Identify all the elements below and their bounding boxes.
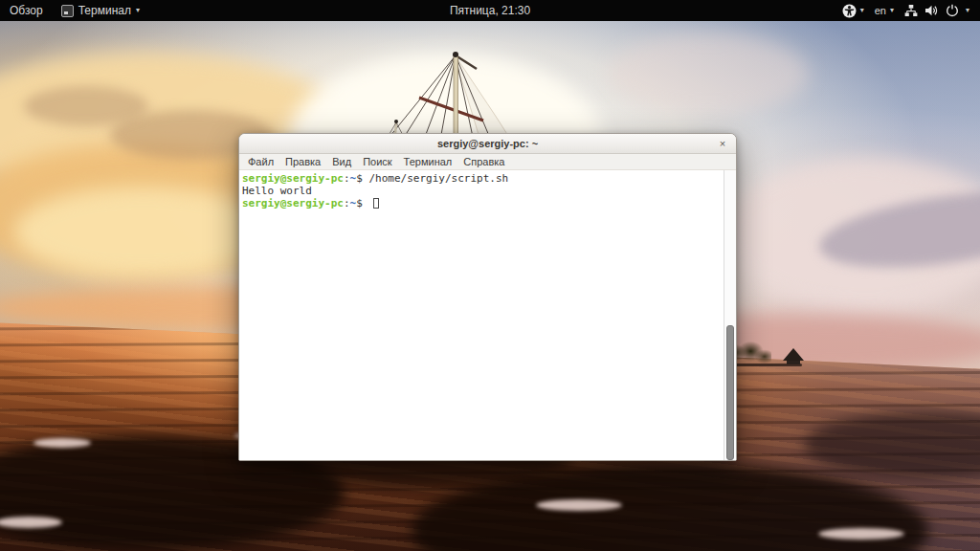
app-menu-label: Терминал	[78, 4, 131, 17]
prompt-user: sergiy@sergiy-pc	[242, 197, 344, 209]
terminal-line: sergiy@sergiy-pc:~$	[242, 197, 721, 209]
cloud	[14, 187, 273, 277]
accessibility-menu[interactable]: ▾	[842, 0, 864, 21]
menu-bar: Файл Правка Вид Поиск Терминал Справка	[239, 154, 736, 170]
activities-label: Обзор	[10, 4, 43, 17]
hut-icon	[783, 348, 804, 361]
chevron-down-icon: ▾	[890, 7, 894, 14]
close-button[interactable]: ×	[716, 137, 729, 150]
menu-item-search[interactable]: Поиск	[357, 154, 397, 169]
chevron-down-icon: ▾	[136, 7, 140, 14]
wave-foam	[33, 438, 91, 448]
window-title: sergiy@sergiy-pc: ~	[437, 138, 538, 149]
volume-icon	[924, 4, 939, 17]
terminal-content[interactable]: sergiy@sergiy-pc:~$ /home/sergiy/script.…	[239, 170, 736, 460]
scrollbar-thumb[interactable]	[726, 325, 734, 460]
terminal-cursor	[373, 198, 379, 209]
prompt-user: sergiy@sergiy-pc	[242, 172, 344, 185]
prompt-dollar: $	[356, 172, 368, 185]
menu-item-view[interactable]: Вид	[326, 154, 357, 169]
top-bar-left: Обзор Терминал ▾	[0, 0, 148, 21]
prompt-dollar: $	[356, 197, 368, 209]
scrollbar[interactable]	[724, 170, 736, 460]
top-bar: Обзор Терминал ▾ Пятница, 21:30 ▾ en ▾	[0, 0, 980, 21]
prompt-colon: :	[344, 172, 350, 185]
menu-item-help[interactable]: Справка	[457, 154, 510, 169]
window-titlebar[interactable]: sergiy@sergiy-pc: ~ ×	[239, 134, 736, 154]
terminal-window: sergiy@sergiy-pc: ~ × Файл Правка Вид По…	[238, 133, 737, 461]
hut-icon	[787, 361, 800, 364]
terminal-line: sergiy@sergiy-pc:~$ /home/sergiy/script.…	[242, 172, 721, 185]
output-text: Hello world	[242, 185, 312, 197]
power-icon	[946, 4, 959, 17]
clock-label: Пятница, 21:30	[450, 4, 530, 17]
cloud	[608, 33, 809, 115]
wave-foam	[536, 499, 622, 511]
network-wired-icon	[904, 4, 918, 17]
top-bar-right: ▾ en ▾ ▾	[842, 0, 980, 21]
system-status-menu[interactable]: ▾	[904, 0, 969, 21]
terminal-line: Hello world	[242, 185, 721, 197]
clock-button[interactable]: Пятница, 21:30	[450, 0, 530, 21]
chevron-down-icon: ▾	[966, 7, 969, 14]
menu-item-terminal[interactable]: Терминал	[398, 154, 458, 169]
wave-foam	[818, 528, 904, 540]
menu-item-edit[interactable]: Правка	[279, 154, 326, 169]
command-text: /home/sergiy/script.sh	[368, 172, 508, 185]
activities-button[interactable]: Обзор	[0, 0, 53, 21]
menu-item-file[interactable]: Файл	[242, 154, 279, 169]
cloud	[24, 86, 148, 126]
sailboat-mast	[368, 19, 589, 148]
accessibility-icon	[842, 4, 857, 18]
keyboard-layout-label: en	[875, 5, 886, 16]
keyboard-layout-menu[interactable]: en ▾	[875, 0, 894, 21]
prompt-colon: :	[344, 197, 350, 209]
island	[725, 337, 816, 371]
chevron-down-icon: ▾	[860, 7, 864, 14]
terminal-icon	[61, 5, 74, 17]
app-menu-button[interactable]: Терминал ▾	[53, 0, 148, 21]
